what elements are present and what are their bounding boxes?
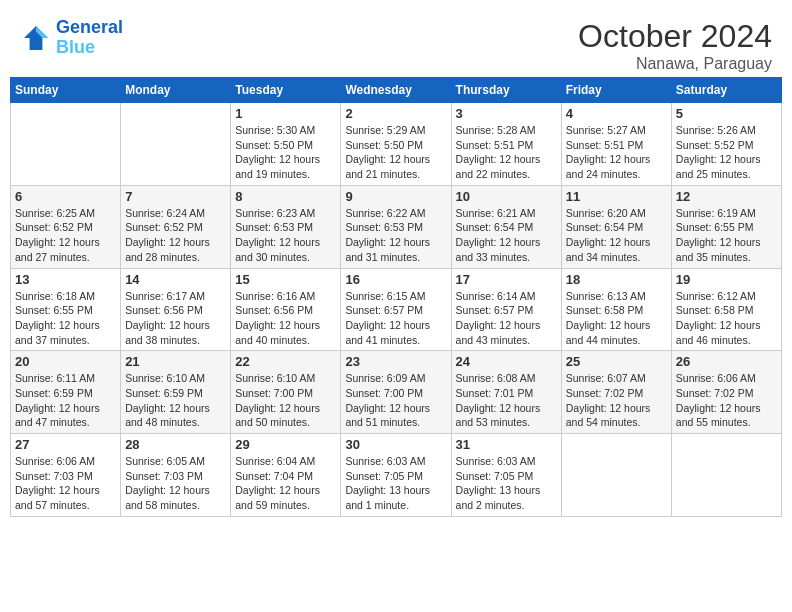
calendar-cell	[671, 434, 781, 517]
day-info: Sunrise: 6:18 AM Sunset: 6:55 PM Dayligh…	[15, 289, 116, 348]
day-info: Sunrise: 6:05 AM Sunset: 7:03 PM Dayligh…	[125, 454, 226, 513]
logo-text: General Blue	[56, 18, 123, 58]
calendar-cell: 12Sunrise: 6:19 AM Sunset: 6:55 PM Dayli…	[671, 185, 781, 268]
day-info: Sunrise: 6:20 AM Sunset: 6:54 PM Dayligh…	[566, 206, 667, 265]
day-info: Sunrise: 6:09 AM Sunset: 7:00 PM Dayligh…	[345, 371, 446, 430]
day-number: 29	[235, 437, 336, 452]
day-number: 26	[676, 354, 777, 369]
day-number: 28	[125, 437, 226, 452]
day-number: 4	[566, 106, 667, 121]
calendar-cell: 14Sunrise: 6:17 AM Sunset: 6:56 PM Dayli…	[121, 268, 231, 351]
page-header: General Blue October 2024 Nanawa, Paragu…	[10, 10, 782, 77]
day-number: 13	[15, 272, 116, 287]
weekday-row: SundayMondayTuesdayWednesdayThursdayFrid…	[11, 78, 782, 103]
day-number: 6	[15, 189, 116, 204]
day-info: Sunrise: 6:13 AM Sunset: 6:58 PM Dayligh…	[566, 289, 667, 348]
logo-line1: General	[56, 18, 123, 38]
weekday-header-saturday: Saturday	[671, 78, 781, 103]
day-info: Sunrise: 6:03 AM Sunset: 7:05 PM Dayligh…	[345, 454, 446, 513]
location: Nanawa, Paraguay	[578, 55, 772, 73]
day-number: 1	[235, 106, 336, 121]
calendar-cell: 16Sunrise: 6:15 AM Sunset: 6:57 PM Dayli…	[341, 268, 451, 351]
day-number: 18	[566, 272, 667, 287]
weekday-header-sunday: Sunday	[11, 78, 121, 103]
calendar-cell: 18Sunrise: 6:13 AM Sunset: 6:58 PM Dayli…	[561, 268, 671, 351]
calendar-cell: 27Sunrise: 6:06 AM Sunset: 7:03 PM Dayli…	[11, 434, 121, 517]
day-info: Sunrise: 6:10 AM Sunset: 7:00 PM Dayligh…	[235, 371, 336, 430]
day-number: 22	[235, 354, 336, 369]
day-info: Sunrise: 6:21 AM Sunset: 6:54 PM Dayligh…	[456, 206, 557, 265]
day-number: 17	[456, 272, 557, 287]
month-title: October 2024 Nanawa, Paraguay	[578, 18, 772, 73]
calendar-cell	[11, 103, 121, 186]
day-number: 16	[345, 272, 446, 287]
calendar-cell: 4Sunrise: 5:27 AM Sunset: 5:51 PM Daylig…	[561, 103, 671, 186]
day-number: 9	[345, 189, 446, 204]
logo-line2: Blue	[56, 38, 123, 58]
calendar-cell: 7Sunrise: 6:24 AM Sunset: 6:52 PM Daylig…	[121, 185, 231, 268]
logo: General Blue	[20, 18, 123, 58]
calendar-cell: 17Sunrise: 6:14 AM Sunset: 6:57 PM Dayli…	[451, 268, 561, 351]
day-info: Sunrise: 5:28 AM Sunset: 5:51 PM Dayligh…	[456, 123, 557, 182]
day-number: 7	[125, 189, 226, 204]
day-info: Sunrise: 6:11 AM Sunset: 6:59 PM Dayligh…	[15, 371, 116, 430]
calendar-week-5: 27Sunrise: 6:06 AM Sunset: 7:03 PM Dayli…	[11, 434, 782, 517]
day-number: 19	[676, 272, 777, 287]
day-number: 30	[345, 437, 446, 452]
day-info: Sunrise: 6:24 AM Sunset: 6:52 PM Dayligh…	[125, 206, 226, 265]
day-number: 20	[15, 354, 116, 369]
calendar-cell: 9Sunrise: 6:22 AM Sunset: 6:53 PM Daylig…	[341, 185, 451, 268]
calendar-table: SundayMondayTuesdayWednesdayThursdayFrid…	[10, 77, 782, 517]
day-number: 3	[456, 106, 557, 121]
calendar-body: 1Sunrise: 5:30 AM Sunset: 5:50 PM Daylig…	[11, 103, 782, 517]
calendar-cell: 11Sunrise: 6:20 AM Sunset: 6:54 PM Dayli…	[561, 185, 671, 268]
day-number: 23	[345, 354, 446, 369]
calendar-cell: 1Sunrise: 5:30 AM Sunset: 5:50 PM Daylig…	[231, 103, 341, 186]
calendar-cell	[121, 103, 231, 186]
calendar-cell: 10Sunrise: 6:21 AM Sunset: 6:54 PM Dayli…	[451, 185, 561, 268]
day-info: Sunrise: 6:17 AM Sunset: 6:56 PM Dayligh…	[125, 289, 226, 348]
calendar-cell: 28Sunrise: 6:05 AM Sunset: 7:03 PM Dayli…	[121, 434, 231, 517]
calendar-cell: 20Sunrise: 6:11 AM Sunset: 6:59 PM Dayli…	[11, 351, 121, 434]
calendar-cell: 3Sunrise: 5:28 AM Sunset: 5:51 PM Daylig…	[451, 103, 561, 186]
calendar-week-2: 6Sunrise: 6:25 AM Sunset: 6:52 PM Daylig…	[11, 185, 782, 268]
calendar-cell: 6Sunrise: 6:25 AM Sunset: 6:52 PM Daylig…	[11, 185, 121, 268]
calendar-cell: 25Sunrise: 6:07 AM Sunset: 7:02 PM Dayli…	[561, 351, 671, 434]
weekday-header-wednesday: Wednesday	[341, 78, 451, 103]
weekday-header-friday: Friday	[561, 78, 671, 103]
calendar-cell: 5Sunrise: 5:26 AM Sunset: 5:52 PM Daylig…	[671, 103, 781, 186]
day-number: 27	[15, 437, 116, 452]
day-info: Sunrise: 6:03 AM Sunset: 7:05 PM Dayligh…	[456, 454, 557, 513]
day-number: 2	[345, 106, 446, 121]
day-info: Sunrise: 6:04 AM Sunset: 7:04 PM Dayligh…	[235, 454, 336, 513]
calendar-cell: 21Sunrise: 6:10 AM Sunset: 6:59 PM Dayli…	[121, 351, 231, 434]
day-number: 25	[566, 354, 667, 369]
calendar-cell: 26Sunrise: 6:06 AM Sunset: 7:02 PM Dayli…	[671, 351, 781, 434]
calendar-cell: 31Sunrise: 6:03 AM Sunset: 7:05 PM Dayli…	[451, 434, 561, 517]
calendar-cell: 22Sunrise: 6:10 AM Sunset: 7:00 PM Dayli…	[231, 351, 341, 434]
calendar-cell: 30Sunrise: 6:03 AM Sunset: 7:05 PM Dayli…	[341, 434, 451, 517]
day-info: Sunrise: 5:26 AM Sunset: 5:52 PM Dayligh…	[676, 123, 777, 182]
day-number: 10	[456, 189, 557, 204]
day-number: 31	[456, 437, 557, 452]
day-info: Sunrise: 6:06 AM Sunset: 7:02 PM Dayligh…	[676, 371, 777, 430]
weekday-header-thursday: Thursday	[451, 78, 561, 103]
calendar-cell: 29Sunrise: 6:04 AM Sunset: 7:04 PM Dayli…	[231, 434, 341, 517]
day-info: Sunrise: 6:12 AM Sunset: 6:58 PM Dayligh…	[676, 289, 777, 348]
day-info: Sunrise: 6:06 AM Sunset: 7:03 PM Dayligh…	[15, 454, 116, 513]
calendar-week-3: 13Sunrise: 6:18 AM Sunset: 6:55 PM Dayli…	[11, 268, 782, 351]
day-info: Sunrise: 5:29 AM Sunset: 5:50 PM Dayligh…	[345, 123, 446, 182]
day-info: Sunrise: 6:16 AM Sunset: 6:56 PM Dayligh…	[235, 289, 336, 348]
calendar-cell: 23Sunrise: 6:09 AM Sunset: 7:00 PM Dayli…	[341, 351, 451, 434]
day-info: Sunrise: 6:25 AM Sunset: 6:52 PM Dayligh…	[15, 206, 116, 265]
calendar-week-1: 1Sunrise: 5:30 AM Sunset: 5:50 PM Daylig…	[11, 103, 782, 186]
day-number: 8	[235, 189, 336, 204]
weekday-header-tuesday: Tuesday	[231, 78, 341, 103]
calendar-cell	[561, 434, 671, 517]
day-info: Sunrise: 6:10 AM Sunset: 6:59 PM Dayligh…	[125, 371, 226, 430]
day-info: Sunrise: 6:07 AM Sunset: 7:02 PM Dayligh…	[566, 371, 667, 430]
day-number: 24	[456, 354, 557, 369]
logo-icon	[20, 22, 52, 54]
calendar-cell: 2Sunrise: 5:29 AM Sunset: 5:50 PM Daylig…	[341, 103, 451, 186]
day-number: 12	[676, 189, 777, 204]
